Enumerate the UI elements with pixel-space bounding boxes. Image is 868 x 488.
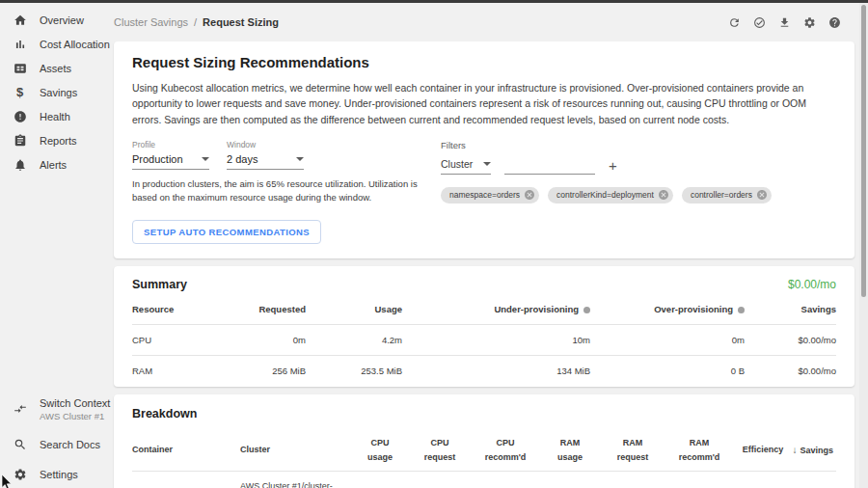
cell-requested: 0m [219, 325, 306, 356]
cell-ram-recommended: 390 MiB [665, 472, 734, 488]
breadcrumb: Cluster Savings / Request Sizing [114, 16, 279, 28]
cell-efficiency: 85.9% [734, 472, 792, 488]
total-savings-value: $0.00/mo [788, 278, 836, 291]
cell-under-provisioning: 10m [402, 325, 590, 356]
sidebar-item-switch-context[interactable]: Switch Context AWS Cluster #1 [0, 393, 108, 425]
breakdown-header-row: Container Cluster CPUusage CPUrequest CP… [132, 429, 836, 471]
info-icon[interactable] [583, 307, 590, 313]
filter-chip: controller=orders [682, 187, 772, 203]
profile-select-field: Profile Production [132, 140, 209, 170]
main-content: Cluster Savings / Request Sizing Request… [114, 3, 854, 488]
gear-icon [13, 468, 27, 481]
filter-chip-label: controller=orders [691, 190, 752, 200]
sidebar-item-overview[interactable]: Overview [0, 8, 108, 32]
column-header-over-provisioning: Over-provisioning [590, 295, 745, 325]
search-icon [13, 438, 27, 451]
active-filter-chips: namespace=orders controllerKind=deployme… [441, 187, 772, 203]
filters-label: Filters [441, 140, 772, 150]
sidebar-item-health[interactable]: Health [0, 104, 108, 128]
sidebar-item-label: Health [40, 111, 70, 122]
filter-chip: namespace=orders [441, 187, 539, 203]
filter-value-input[interactable] [504, 159, 595, 175]
column-header-requested: Requested [219, 295, 306, 325]
refresh-icon[interactable] [728, 16, 741, 29]
window-select[interactable]: 2 days [227, 153, 304, 170]
sidebar: Overview Cost Allocation Assets $ Saving… [0, 3, 108, 488]
request-sizing-card: Request Sizing Recommendations Using Kub… [114, 41, 854, 258]
sidebar-item-label: Switch Context [40, 397, 110, 409]
sidebar-nav: Overview Cost Allocation Assets $ Saving… [0, 8, 108, 176]
sort-descending-icon: ↓ [792, 445, 797, 455]
description-text: Using Kubecost allocation metrics, we de… [132, 80, 836, 127]
controls-row: Profile Production Window 2 days [132, 140, 836, 205]
breakdown-title: Breakdown [132, 407, 836, 420]
cell-cluster: AWS Cluster #1/cluster-one [240, 472, 352, 488]
column-header-cpu-request: CPUrequest [408, 429, 472, 471]
chevron-down-icon [202, 157, 209, 161]
column-header-ram-usage: RAMusage [539, 429, 601, 471]
sidebar-item-search-docs[interactable]: Search Docs [0, 432, 108, 456]
chip-close-icon[interactable] [658, 189, 669, 201]
sidebar-item-alerts[interactable]: Alerts [0, 152, 108, 176]
column-header-usage: Usage [306, 295, 402, 325]
breakdown-card: Breakdown Container Cluster CPUusage CPU… [114, 394, 854, 488]
filter-chip-label: namespace=orders [449, 190, 520, 200]
cell-under-provisioning: 134 MiB [402, 356, 590, 387]
filter-builder-row: Cluster + [441, 158, 772, 175]
breadcrumb-cluster-savings[interactable]: Cluster Savings [114, 16, 188, 28]
download-icon[interactable] [778, 16, 791, 29]
cell-cpu-usage: 4.2m [352, 472, 408, 488]
breakdown-row[interactable]: orders/orders:orders AWS Cluster #1/clus… [132, 472, 836, 488]
request-sizing-page: { "colors": { "accent_green": "#4caf50",… [0, 0, 868, 488]
sidebar-item-label: Assets [40, 63, 71, 74]
cell-cpu-recommended: 10m [472, 472, 539, 488]
setup-auto-recommendations-button[interactable]: SETUP AUTO RECOMMENDATIONS [132, 220, 321, 244]
cell-resource: RAM [132, 356, 219, 387]
scrollbar-thumb[interactable] [861, 5, 866, 297]
add-filter-button[interactable]: + [609, 158, 617, 175]
sidebar-item-label: Overview [40, 14, 84, 26]
column-header-cpu-usage: CPUusage [352, 429, 408, 471]
chip-close-icon[interactable] [524, 189, 535, 201]
column-header-resource: Resource [132, 295, 219, 325]
bell-icon [13, 158, 27, 172]
column-header-savings-sorted[interactable]: ↓Savings [792, 429, 836, 471]
table-row-cpu: CPU 0m 4.2m 10m 0m $0.00/mo [132, 325, 836, 356]
cell-cpu-request: 0m [408, 472, 472, 488]
profile-window-controls: Profile Production Window 2 days [132, 140, 439, 205]
filter-field-select[interactable]: Cluster [441, 158, 491, 175]
chevron-down-icon [483, 162, 491, 166]
cell-over-provisioning: 0 B [590, 356, 745, 387]
table-row-ram: RAM 256 MiB 253.5 MiB 134 MiB 0 B $0.00/… [132, 356, 836, 387]
cell-ram-request: 256 MiB [601, 472, 665, 488]
cell-resource: CPU [132, 325, 219, 356]
home-icon [13, 14, 27, 27]
cell-usage: 4.2m [306, 325, 402, 356]
scrollbar-track [859, 3, 868, 488]
sidebar-item-settings[interactable]: Settings [0, 462, 108, 486]
sidebar-item-cost-allocation[interactable]: Cost Allocation [0, 32, 108, 56]
filter-field-value: Cluster [441, 158, 473, 170]
profile-select-label: Profile [132, 140, 209, 149]
column-header-efficiency: Efficiency [734, 429, 792, 471]
chip-close-icon[interactable] [756, 189, 768, 201]
sidebar-item-reports[interactable]: Reports [0, 128, 108, 152]
swap-arrows-icon [13, 402, 27, 416]
sidebar-item-assets[interactable]: Assets [0, 56, 108, 80]
gear-icon[interactable] [803, 16, 816, 29]
column-header-under-provisioning: Under-provisioning [402, 295, 590, 325]
sidebar-item-label: Search Docs [40, 439, 100, 450]
chevron-down-icon [296, 157, 304, 161]
help-icon[interactable] [828, 16, 841, 29]
breadcrumb-request-sizing: Request Sizing [203, 16, 279, 28]
info-icon[interactable] [738, 307, 745, 313]
profile-select[interactable]: Production [132, 153, 209, 170]
dollar-icon: $ [13, 86, 27, 98]
profile-select-value: Production [132, 153, 183, 165]
sidebar-footer: Switch Context AWS Cluster #1 Search Doc… [0, 393, 108, 486]
sidebar-item-label: Settings [40, 469, 78, 480]
cell-savings: – [792, 472, 836, 488]
sidebar-item-savings[interactable]: $ Savings [0, 80, 108, 104]
check-circle-icon[interactable] [753, 16, 766, 29]
column-header-cpu-recommended: CPUrecomm'd [472, 429, 539, 471]
